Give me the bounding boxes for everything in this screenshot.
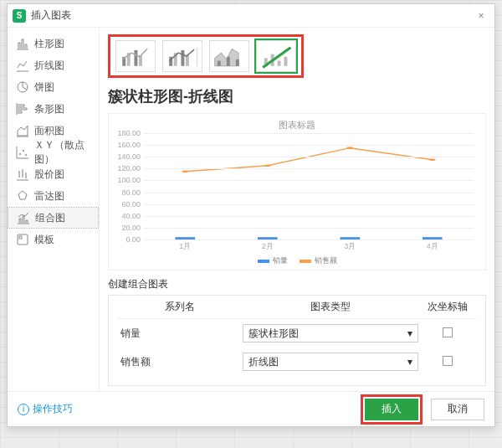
svg-rect-8 xyxy=(134,50,137,66)
radar-chart-icon xyxy=(16,189,29,203)
sidebar-item-label: ＸＹ（散点图） xyxy=(34,138,90,167)
sidebar-item-scatter[interactable]: ＸＹ（散点图） xyxy=(8,142,99,163)
svg-rect-14 xyxy=(218,61,221,66)
legend-item-1: 销量 xyxy=(258,255,288,266)
chart-type-title: 簇状柱形图-折线图 xyxy=(108,83,486,113)
y-tick-label: 0.00 xyxy=(115,235,141,244)
sidebar-item-label: 模板 xyxy=(34,233,54,247)
close-button[interactable]: × xyxy=(473,8,489,24)
pie-chart-icon xyxy=(16,80,29,94)
x-tick-label: 3月 xyxy=(344,241,356,252)
dialog-title: 插入图表 xyxy=(31,8,71,23)
subtype-picker xyxy=(108,34,304,78)
svg-point-2 xyxy=(23,150,24,152)
combo-row-2: 销售额 折线图 ▾ xyxy=(117,348,477,376)
template-icon xyxy=(16,233,29,246)
x-tick-label: 1月 xyxy=(179,241,191,252)
scatter-chart-icon xyxy=(16,146,29,159)
secondary-axis-checkbox[interactable] xyxy=(443,327,453,337)
svg-rect-15 xyxy=(227,57,230,66)
sidebar-item-label: 雷达图 xyxy=(34,189,64,203)
y-tick-label: 80.00 xyxy=(115,188,141,197)
chart-plot-area: 0.0020.0040.0060.0080.00100.00120.00140.… xyxy=(144,133,474,239)
subtype-thumb-2[interactable] xyxy=(162,40,202,72)
secondary-axis-checkbox[interactable] xyxy=(443,356,453,366)
area-chart-icon xyxy=(16,124,29,137)
sidebar-item-template[interactable]: 模板 xyxy=(8,229,99,250)
chart-legend: 销量 销售额 xyxy=(115,252,479,266)
insert-button[interactable]: 插入 xyxy=(365,399,418,420)
column-chart-icon xyxy=(16,37,29,50)
sidebar-item-line[interactable]: 折线图 xyxy=(8,54,99,76)
bar-chart-icon xyxy=(16,102,29,116)
y-tick-label: 120.00 xyxy=(115,164,141,173)
svg-point-23 xyxy=(346,147,353,149)
series-type-select[interactable]: 簇状柱形图 ▾ xyxy=(243,324,418,342)
y-tick-label: 140.00 xyxy=(115,152,141,161)
sidebar-item-radar[interactable]: 雷达图 xyxy=(8,185,99,207)
x-tick-label: 2月 xyxy=(262,241,274,252)
chart-preview: 图表标题 0.0020.0040.0060.0080.00100.00120.0… xyxy=(108,113,486,270)
line-chart-icon xyxy=(16,59,29,72)
y-tick-label: 100.00 xyxy=(115,176,141,184)
sidebar-item-combo[interactable]: 组合图 xyxy=(8,207,99,229)
svg-rect-5 xyxy=(19,236,22,239)
sidebar-item-label: 折线图 xyxy=(34,59,64,73)
x-tick-label: 4月 xyxy=(427,241,438,252)
sidebar-item-column[interactable]: 柱形图 xyxy=(8,33,99,54)
combo-section-label: 创建组合图表 xyxy=(108,270,486,295)
cancel-button[interactable]: 取消 xyxy=(431,399,484,420)
chart-type-sidebar: 柱形图 折线图 饼图 条形图 xyxy=(8,28,100,391)
sidebar-item-pie[interactable]: 饼图 xyxy=(8,76,99,98)
svg-rect-19 xyxy=(278,61,281,66)
sidebar-item-label: 股价图 xyxy=(34,167,64,182)
chart-caption: 图表标题 xyxy=(115,119,479,131)
svg-rect-12 xyxy=(181,50,184,66)
chart-x-axis: 1月2月3月4月 xyxy=(144,241,474,252)
series-type-select[interactable]: 折线图 ▾ xyxy=(243,353,418,371)
svg-point-22 xyxy=(264,165,271,167)
titlebar: S 插入图表 × xyxy=(8,4,494,28)
dialog-footer: i 操作技巧 插入 取消 xyxy=(8,391,494,426)
combo-chart-icon xyxy=(17,211,30,224)
subtype-thumb-3[interactable] xyxy=(209,40,249,72)
info-icon: i xyxy=(18,404,29,415)
svg-rect-20 xyxy=(284,57,287,66)
svg-rect-13 xyxy=(186,55,189,66)
main-panel: 簇状柱形图-折线图 图表标题 0.0020.0040.0060.0080.001… xyxy=(100,28,494,391)
y-tick-label: 160.00 xyxy=(115,141,141,149)
legend-item-2: 销售额 xyxy=(300,255,337,266)
sidebar-item-label: 面积图 xyxy=(34,124,64,138)
sidebar-item-label: 组合图 xyxy=(35,211,65,225)
y-tick-label: 60.00 xyxy=(115,200,141,209)
header-axis: 次坐标轴 xyxy=(418,300,477,314)
subtype-thumb-4[interactable] xyxy=(256,40,296,72)
sidebar-item-label: 饼图 xyxy=(34,80,54,95)
chevron-down-icon: ▾ xyxy=(407,356,412,368)
combo-row-1: 销量 簇状柱形图 ▾ xyxy=(117,319,477,348)
insert-chart-dialog: S 插入图表 × 柱形图 折线图 饼图 xyxy=(7,3,495,427)
y-tick-label: 20.00 xyxy=(115,224,141,232)
tips-link[interactable]: i 操作技巧 xyxy=(18,402,73,416)
svg-rect-16 xyxy=(236,59,239,66)
app-icon: S xyxy=(13,9,26,23)
stock-chart-icon xyxy=(16,167,29,181)
insert-highlight: 插入 xyxy=(361,394,423,425)
series-name: 销售额 xyxy=(117,355,243,369)
subtype-thumb-1[interactable] xyxy=(115,40,156,72)
combo-config-header: 系列名 图表类型 次坐标轴 xyxy=(117,296,477,319)
header-type: 图表类型 xyxy=(243,300,418,314)
combo-config: 系列名 图表类型 次坐标轴 销量 簇状柱形图 ▾ xyxy=(108,295,486,386)
sidebar-item-label: 柱形图 xyxy=(34,37,64,51)
svg-point-3 xyxy=(25,154,27,156)
y-tick-label: 180.00 xyxy=(115,129,141,137)
y-tick-label: 40.00 xyxy=(115,212,141,220)
series-name: 销量 xyxy=(117,327,243,341)
svg-point-21 xyxy=(182,171,188,173)
header-series: 系列名 xyxy=(117,300,243,314)
sidebar-item-label: 条形图 xyxy=(34,102,64,116)
svg-point-1 xyxy=(19,153,21,155)
svg-point-24 xyxy=(429,158,436,161)
sidebar-item-bar[interactable]: 条形图 xyxy=(8,98,99,120)
chevron-down-icon: ▾ xyxy=(407,327,412,339)
